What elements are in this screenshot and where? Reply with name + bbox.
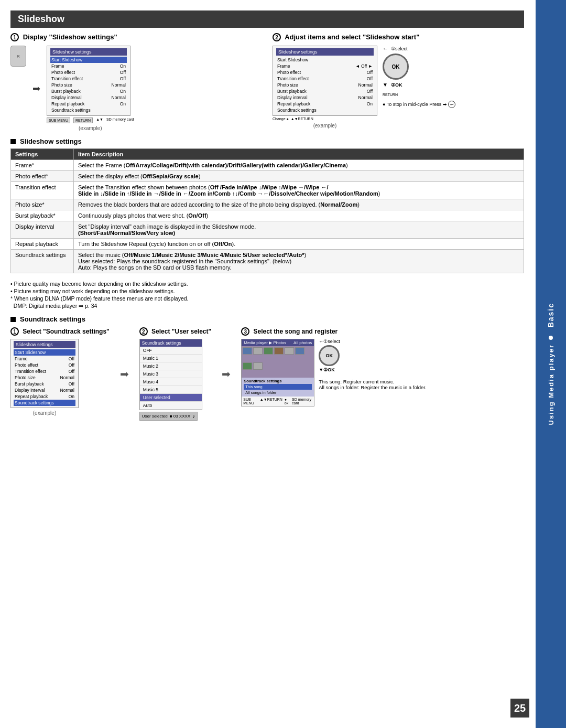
setting-repeat: Repeat playback (11, 239, 74, 250)
user-selected-bar: User selected ■ 03 XXXX ♪ (139, 412, 198, 421)
step1-start-row: Start Slideshow (14, 349, 75, 356)
step1-title: 1 Select "Soundtrack settings" (10, 327, 110, 336)
all-songs-option: All songs in folder (244, 390, 312, 395)
step3-ok-label: ▼②OK (319, 367, 334, 372)
step1-panel: Slideshow settings Start Slideshow Frame… (10, 339, 79, 408)
table-row: Burst playback* Continuously plays photo… (11, 210, 524, 221)
setting-transition: Transition effect (11, 182, 74, 199)
adjust-section: 2 Adjust items and select "Slideshow sta… (273, 33, 524, 131)
adj-photo-effect-row: Photo effectOff (276, 69, 374, 76)
photo-panel-container: Media player ▶ Photos All photos (241, 339, 426, 406)
adj-burst-row: Burst playbackOff (276, 88, 374, 94)
auto-row: Auto (140, 402, 202, 410)
soundtrack-title: Soundtrack settings (10, 315, 524, 323)
arrow-step1-2: ➡ (120, 368, 129, 380)
settings-section-title: Slideshow settings (10, 137, 524, 145)
song-note2: All songs in folder: Register the music … (319, 384, 426, 390)
soundtrack-popup: Soundtrack settings This song All songs … (242, 378, 314, 397)
music-note-icon: ♪ (192, 413, 195, 419)
ok-arrow: ▼ (383, 82, 388, 88)
adj-frame-row: Frame◄ Off ► (276, 63, 374, 69)
pg-header: Media player ▶ Photos All photos (242, 339, 314, 346)
music3-row: Music 3 (140, 370, 202, 378)
step1-frame-row: FrameOff (14, 356, 75, 362)
desc-photo-effect: Select the display effect (Off/Sepia/Gra… (74, 171, 524, 182)
this-song-option: This song (244, 384, 312, 390)
frame-row: FrameOn (50, 63, 127, 69)
setting-burst: Burst playback* (11, 210, 74, 221)
setting-photo-size: Photo size* (11, 199, 74, 210)
step1-panel-header: Slideshow settings (14, 341, 75, 348)
select-label: ← (383, 46, 388, 51)
ok-dial: OK (383, 53, 409, 80)
page-title: Slideshow (10, 10, 524, 28)
adj-transition-row: Transition effectOff (276, 76, 374, 82)
note1: • Picture quality may become lower depen… (10, 281, 524, 287)
popup-title: Soundtrack settings (244, 379, 312, 383)
table-row: Soundtrack settings Select the music (Of… (11, 250, 524, 273)
section2-title: 2 Adjust items and select "Slideshow sta… (273, 33, 524, 41)
step1: 1 Select "Soundtrack settings" Slideshow… (10, 327, 110, 416)
song-note1: This song: Register current music. (319, 379, 426, 384)
step3-controls: SUB MENU ▲▼RETURN ● ok SD memory card (242, 397, 314, 406)
note4: DMP: Digital media player ➡ p. 34 (10, 303, 524, 309)
top-section: 1 Display "Slideshow settings" R ➡ Slide… (10, 33, 524, 131)
description-col-header: Item Description (74, 149, 524, 160)
desc-photo-size: Removes the black borders that are added… (74, 199, 524, 210)
photo-thumb (295, 347, 304, 355)
photo-thumb (243, 362, 252, 370)
step1-size-row: Photo sizeNormal (14, 374, 75, 381)
circle-s1: 1 (10, 327, 19, 336)
adj-repeat-row: Repeat playbackOn (276, 101, 374, 107)
music4-row: Music 4 (140, 378, 202, 386)
settings-table: Settings Item Description Frame* Select … (10, 148, 524, 273)
black-square-icon2 (10, 317, 16, 322)
table-row: Transition effect Select the Transition … (11, 182, 524, 199)
adj-soundtrack-row: Soundtrack settings (276, 107, 374, 113)
desc-soundtrack: Select the music (Off/Music 1/Music 2/Mu… (74, 250, 524, 273)
step3: 3 Select the song and register Media pla… (241, 327, 426, 406)
ok-label-text: ②OK (391, 82, 402, 88)
step1-repeat-row: Repeat playbackOn (14, 393, 75, 400)
display-section: 1 Display "Slideshow settings" R ➡ Slide… (10, 33, 262, 131)
ok-dial-container: ← ①select OK ▼ ②OK RETURN ● To stop in m… (383, 46, 455, 108)
step3-right: ←①select OK ▼②OK This song: Register cur… (319, 339, 426, 390)
table-row: Repeat playback Turn the Slideshow Repea… (11, 239, 524, 250)
step3-title: 3 Select the song and register (241, 327, 338, 336)
display-interval-row: Display intervalNormal (50, 94, 127, 101)
off-row: OFF (140, 347, 202, 355)
side-using-label: Using Media player (547, 344, 555, 425)
setting-frame: Frame* (11, 160, 74, 171)
bottom-controls: SUB MENU RETURN ▲▼ SD memory card (47, 117, 134, 123)
step2: 2 Select "User select" Soundtrack settin… (139, 327, 211, 421)
setting-soundtrack: Soundtrack settings (11, 250, 74, 273)
step1-example: (example) (10, 410, 79, 416)
notes-section: • Picture quality may become lower depen… (10, 281, 524, 309)
side-panel: Basic Using Media player (536, 0, 566, 728)
arrow-right-icon: ➡ (32, 83, 40, 94)
photo-thumb (253, 347, 263, 355)
step3-select-label: ←①select (319, 339, 340, 344)
table-row: Display interval Set "Display interval" … (11, 221, 524, 239)
photo-grid: Media player ▶ Photos All photos (241, 339, 314, 406)
soundtrack-section: Soundtrack settings 1 Select "Soundtrack… (10, 315, 524, 421)
side-dot (549, 336, 553, 340)
panel-header: Slideshow settings (50, 48, 127, 56)
adj-photo-size-row: Photo sizeNormal (276, 82, 374, 88)
step3-ok-dial: OK (319, 345, 340, 366)
photo-thumb (274, 347, 284, 355)
adjust-inner: Slideshow settings Start Slideshow Frame… (273, 46, 524, 129)
music-panel-header: Soundtrack settings (140, 339, 202, 347)
adj-start-row: Start Slideshow (276, 57, 374, 63)
side-basic-label: Basic (547, 303, 555, 327)
table-row: Photo effect* Select the display effect … (11, 171, 524, 182)
setting-photo-effect: Photo effect* (11, 171, 74, 182)
circle-2: 2 (273, 33, 281, 41)
note3: * When using DLNA (DMP mode) feature the… (10, 295, 524, 302)
desc-display-interval: Set "Display interval" each image is dis… (74, 221, 524, 239)
return-label: RETURN (383, 93, 398, 97)
page-number: 25 (510, 699, 529, 718)
settings-col-header: Settings (11, 149, 74, 160)
circle-s2: 2 (139, 327, 148, 336)
black-square-icon (10, 139, 16, 144)
